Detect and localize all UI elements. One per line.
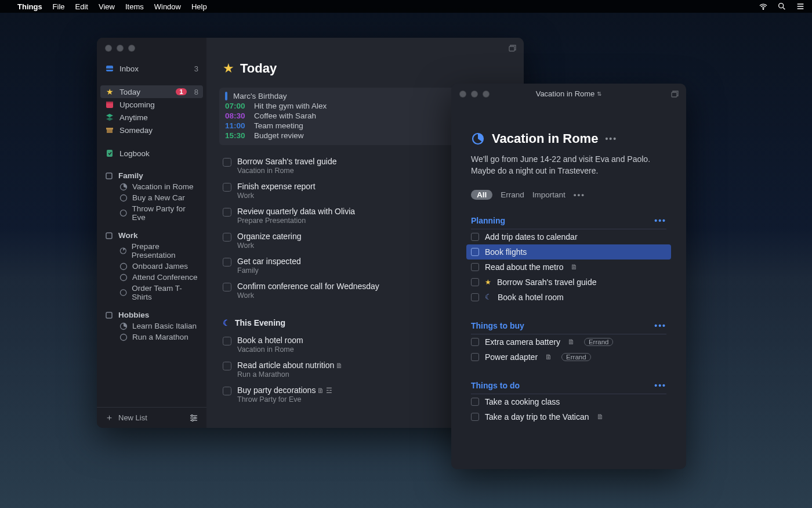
todo-title: Extra camera battery (485, 337, 560, 347)
project-tshirts[interactable]: Order Team T-Shirts (97, 283, 206, 302)
zoom-button[interactable] (128, 45, 135, 52)
star-icon: ★ (223, 61, 234, 76)
checkbox[interactable] (223, 362, 231, 370)
svg-rect-8 (107, 150, 113, 157)
svg-rect-7 (107, 129, 113, 133)
checkbox[interactable] (223, 183, 231, 192)
todo-item[interactable]: Extra camera battery🗎Errand (471, 334, 666, 350)
todo-source: Vacation in Rome (237, 167, 337, 175)
checkbox[interactable] (471, 293, 479, 301)
checkbox[interactable] (471, 263, 479, 271)
today-title: Today (240, 61, 277, 76)
minimize-button[interactable] (117, 45, 124, 52)
project-label: Run a Marathon (132, 333, 188, 341)
sidebar-inbox[interactable]: Inbox 3 (97, 62, 206, 75)
menu-file[interactable]: File (53, 2, 65, 11)
todo-item[interactable]: Take a cooking class (471, 394, 666, 409)
sidebar-someday[interactable]: Someday (97, 124, 206, 136)
inbox-icon (105, 64, 114, 73)
checkbox[interactable] (471, 398, 479, 406)
checkbox[interactable] (471, 248, 479, 256)
plus-icon[interactable]: ＋ (105, 412, 114, 423)
close-button[interactable] (105, 45, 112, 52)
titlebar[interactable]: Vacation in Rome⇅ (451, 89, 686, 98)
checkbox[interactable] (223, 258, 231, 266)
today-count: 8 (194, 88, 198, 96)
project-party[interactable]: Throw Party for Eve (97, 203, 206, 223)
more-icon[interactable]: ••• (605, 134, 617, 143)
area-hobbies[interactable]: Hobbies (97, 309, 206, 320)
tag-errand[interactable]: Errand (584, 338, 614, 346)
heading-do[interactable]: Things to do••• (471, 381, 666, 394)
checkbox[interactable] (471, 353, 479, 361)
sidebar-anytime[interactable]: Anytime (97, 111, 206, 124)
todo-item[interactable]: ☾Book a hotel room (471, 290, 666, 305)
todo-source: Throw Party for Eve (237, 395, 332, 403)
menu-window[interactable]: Window (154, 2, 181, 11)
svg-point-12 (120, 210, 126, 217)
menu-help[interactable]: Help (191, 2, 207, 11)
settings-icon[interactable] (189, 413, 198, 423)
sidebar-today[interactable]: ★ Today 1 8 (100, 85, 203, 98)
new-window-icon[interactable] (670, 89, 679, 99)
heading-more-icon[interactable]: ••• (654, 321, 666, 330)
todo-item[interactable]: Add trip dates to calendar (471, 229, 666, 244)
event-time: 08:30 (225, 111, 251, 120)
checkbox[interactable] (471, 233, 479, 241)
area-work[interactable]: Work (97, 230, 206, 241)
app-name[interactable]: Things (17, 2, 42, 11)
checkbox[interactable] (223, 208, 231, 217)
heading-buy[interactable]: Things to buy••• (471, 321, 666, 334)
checkbox[interactable] (223, 337, 231, 345)
todo-item[interactable]: Read about the metro🗎 (471, 260, 666, 275)
todo-title: Take a cooking class (485, 397, 560, 406)
star-icon: ★ (105, 87, 114, 96)
heading-more-icon[interactable]: ••• (654, 381, 666, 390)
event-text: Team meeting (254, 121, 303, 130)
checkbox[interactable] (223, 283, 231, 291)
search-icon[interactable] (777, 2, 786, 11)
todo-title: Review quarterly data with Olivia (237, 207, 355, 216)
menu-edit[interactable]: Edit (75, 2, 88, 11)
project-car[interactable]: Buy a New Car (97, 192, 206, 203)
menu-view[interactable]: View (99, 2, 115, 11)
project-conference[interactable]: Attend Conference (97, 272, 206, 283)
checkbox[interactable] (223, 233, 231, 242)
filter-all[interactable]: All (471, 190, 492, 200)
checkbox[interactable] (223, 387, 231, 395)
filter-important[interactable]: Important (532, 190, 566, 199)
project-marathon[interactable]: Run a Marathon (97, 332, 206, 343)
project-italian[interactable]: Learn Basic Italian (97, 320, 206, 332)
todo-title: Read about the metro (485, 262, 563, 272)
heading-more-icon[interactable]: ••• (654, 216, 666, 225)
todo-item[interactable]: Take a day trip to the Vatican🗎 (471, 409, 666, 424)
new-list-button[interactable]: New List (118, 413, 147, 422)
menu-extras-icon[interactable] (796, 2, 805, 11)
checkbox[interactable] (471, 413, 479, 421)
todo-title: Book a hotel room (498, 293, 564, 302)
project-presentation[interactable]: Prepare Presentation (97, 241, 206, 261)
pie-icon (471, 132, 485, 146)
project-notes[interactable]: We'll go from June 14-22 and visit Eva a… (471, 153, 666, 177)
todo-item-selected[interactable]: Book flights (466, 244, 671, 260)
wifi-icon[interactable] (759, 2, 768, 11)
todo-title: Read article about nutrition🗎 (237, 361, 343, 370)
heading-planning[interactable]: Planning••• (471, 216, 666, 229)
checkbox[interactable] (223, 158, 231, 167)
new-window-icon[interactable] (507, 44, 517, 53)
tag-errand[interactable]: Errand (561, 353, 591, 361)
area-family[interactable]: Family (97, 170, 206, 181)
sidebar-logbook[interactable]: Logbook (97, 147, 206, 160)
sidebar-upcoming[interactable]: Upcoming (97, 98, 206, 111)
checkbox[interactable] (471, 338, 479, 346)
project-title[interactable]: Vacation in Rome (492, 131, 598, 146)
todo-title: Organize catering (237, 232, 302, 241)
todo-item[interactable]: Power adapter🗎Errand (471, 350, 666, 365)
project-vacation[interactable]: Vacation in Rome (97, 181, 206, 192)
checkbox[interactable] (471, 278, 479, 286)
filter-errand[interactable]: Errand (501, 190, 524, 199)
project-onboard[interactable]: Onboard James (97, 261, 206, 272)
filter-more-icon[interactable]: ••• (574, 190, 585, 199)
todo-item[interactable]: ★Borrow Sarah's travel guide (471, 275, 666, 290)
menu-items[interactable]: Items (125, 2, 144, 11)
